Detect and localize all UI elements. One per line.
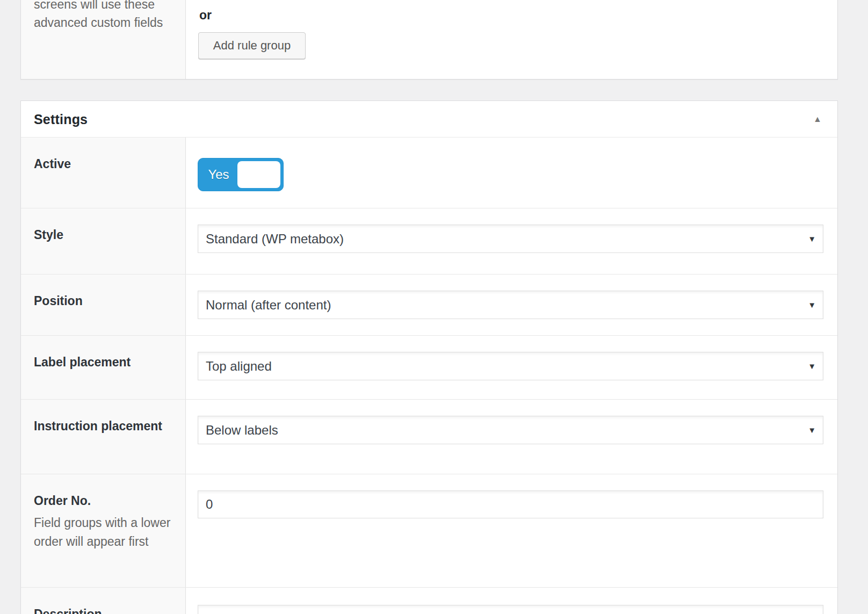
instruction-placement-label-cell: Instruction placement xyxy=(21,400,186,474)
order-input[interactable] xyxy=(198,490,823,518)
active-label: Active xyxy=(34,155,175,174)
description-input[interactable] xyxy=(198,605,823,614)
position-label: Position xyxy=(34,292,175,310)
location-rules-panel: screens will use these advanced custom f… xyxy=(20,0,838,80)
location-help-text: screens will use these advanced custom f… xyxy=(34,0,175,32)
location-help-line2: advanced custom fields xyxy=(34,13,175,32)
settings-panel-title: Settings xyxy=(34,101,88,138)
position-select[interactable]: Normal (after content) ▼ xyxy=(198,291,823,319)
description-control-cell xyxy=(186,588,837,614)
style-label: Style xyxy=(34,226,175,244)
chevron-down-icon: ▼ xyxy=(808,352,816,380)
active-label-cell: Active xyxy=(21,138,186,208)
label-placement-label: Label placement xyxy=(34,353,175,372)
instruction-placement-select[interactable]: Below labels ▼ xyxy=(198,416,823,444)
label-placement-select-value: Top aligned xyxy=(206,359,272,373)
instruction-placement-control-cell: Below labels ▼ xyxy=(186,400,837,474)
order-label-cell: Order No. Field groups with a lower orde… xyxy=(21,474,186,587)
position-control-cell: Normal (after content) ▼ xyxy=(186,275,837,335)
label-placement-control-cell: Top aligned ▼ xyxy=(186,336,837,399)
setting-row-instruction-placement: Instruction placement Below labels ▼ xyxy=(21,400,837,474)
style-label-cell: Style xyxy=(21,208,186,274)
chevron-down-icon: ▼ xyxy=(808,416,816,444)
add-rule-group-button[interactable]: Add rule group xyxy=(198,32,306,59)
active-toggle-state-text: Yes xyxy=(198,158,239,191)
setting-row-order: Order No. Field groups with a lower orde… xyxy=(21,474,837,588)
setting-row-active: Active Yes xyxy=(21,138,837,208)
collapse-arrow-icon: ▲ xyxy=(813,114,822,124)
position-select-value: Normal (after content) xyxy=(206,298,331,312)
instruction-placement-select-value: Below labels xyxy=(206,423,278,437)
setting-row-position: Position Normal (after content) ▼ xyxy=(21,275,837,336)
instruction-placement-label: Instruction placement xyxy=(34,417,175,436)
chevron-down-icon: ▼ xyxy=(808,291,816,319)
active-control-cell: Yes xyxy=(186,138,837,208)
style-control-cell: Standard (WP metabox) ▼ xyxy=(186,208,837,274)
order-control-cell xyxy=(186,474,837,587)
order-label: Order No. xyxy=(34,492,175,510)
position-label-cell: Position xyxy=(21,275,186,335)
setting-row-description: Description xyxy=(21,588,837,614)
settings-panel-header: Settings ▲ xyxy=(21,101,837,138)
settings-panel: Settings ▲ Active Yes Style Standard (WP… xyxy=(20,100,838,614)
setting-row-style: Style Standard (WP metabox) ▼ xyxy=(21,208,837,275)
description-label: Description xyxy=(34,605,175,614)
collapse-panel-button[interactable]: ▲ xyxy=(809,101,826,138)
location-label-column: screens will use these advanced custom f… xyxy=(21,0,186,79)
style-select-value: Standard (WP metabox) xyxy=(206,232,344,246)
label-placement-select[interactable]: Top aligned ▼ xyxy=(198,352,823,380)
or-separator-label: or xyxy=(199,8,212,23)
style-select[interactable]: Standard (WP metabox) ▼ xyxy=(198,225,823,253)
active-toggle-knob[interactable] xyxy=(237,161,280,188)
setting-row-label-placement: Label placement Top aligned ▼ xyxy=(21,336,837,400)
chevron-down-icon: ▼ xyxy=(808,225,816,252)
label-placement-label-cell: Label placement xyxy=(21,336,186,399)
active-toggle[interactable]: Yes xyxy=(198,158,284,191)
location-help-line1: screens will use these xyxy=(34,0,175,13)
description-label-cell: Description xyxy=(21,588,186,614)
order-description: Field groups with a lower order will app… xyxy=(34,514,175,551)
